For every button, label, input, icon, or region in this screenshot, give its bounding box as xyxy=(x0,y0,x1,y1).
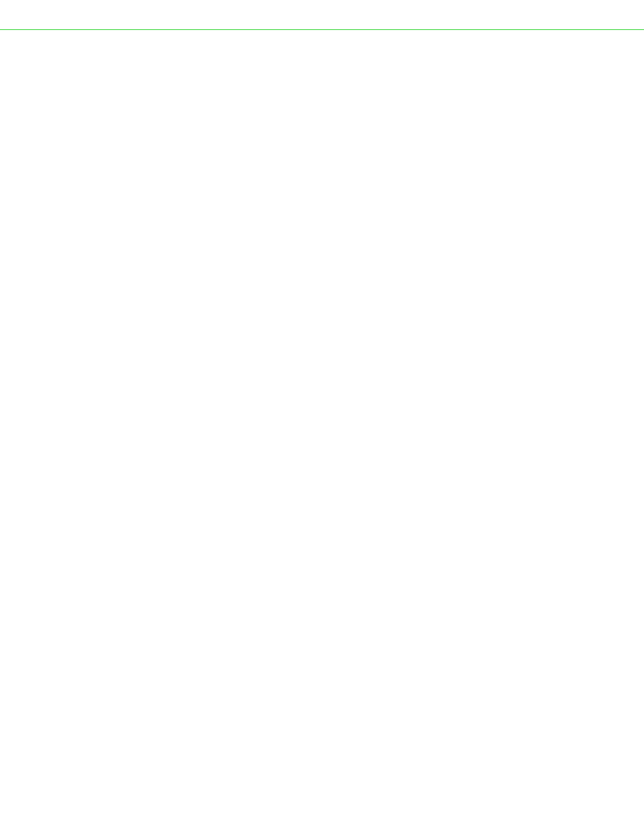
page: Data type: Stream IP address: 10.0.0.17 … xyxy=(0,29,644,30)
divider xyxy=(0,29,644,30)
